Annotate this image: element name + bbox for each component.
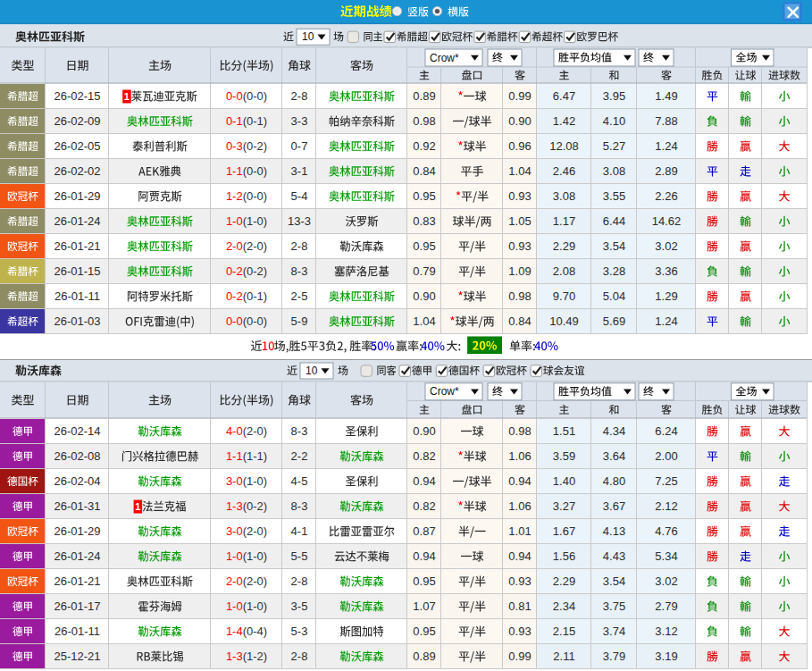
svg-text:3.02: 3.02	[655, 575, 677, 588]
svg-text:1-0(1-0): 1-0(1-0)	[226, 600, 267, 613]
svg-text:1-3(1-2): 1-3(1-2)	[226, 650, 267, 663]
svg-text:3.02: 3.02	[655, 239, 677, 253]
svg-text:2.34: 2.34	[553, 600, 575, 613]
svg-text:6.24: 6.24	[655, 424, 677, 438]
svg-text:9.70: 9.70	[553, 289, 575, 303]
svg-text:1: 1	[124, 91, 130, 102]
svg-text:0.81: 0.81	[508, 600, 531, 613]
svg-text:0.84: 0.84	[508, 315, 531, 328]
svg-text:0.94: 0.94	[508, 474, 531, 488]
svg-text:4.43: 4.43	[603, 549, 625, 563]
svg-text:0.90: 0.90	[413, 289, 435, 303]
svg-text:26-01-29: 26-01-29	[54, 524, 100, 538]
svg-text:2.26: 2.26	[655, 189, 677, 203]
svg-text:3-5: 3-5	[291, 600, 308, 613]
svg-text:1.67: 1.67	[553, 524, 575, 538]
svg-text:3.08: 3.08	[603, 164, 625, 178]
svg-text:1.49: 1.49	[655, 89, 677, 103]
svg-text:1-1(0-0): 1-1(0-0)	[226, 164, 267, 178]
svg-text:26-01-24: 26-01-24	[54, 214, 100, 228]
svg-text:5.27: 5.27	[603, 139, 625, 153]
svg-text:0.96: 0.96	[508, 139, 531, 153]
svg-text:14.62: 14.62	[652, 214, 682, 228]
svg-text:1.24: 1.24	[655, 139, 677, 153]
svg-text:3.08: 3.08	[553, 189, 575, 203]
svg-text:1.06: 1.06	[508, 449, 531, 463]
svg-text:0-2(0-1): 0-2(0-1)	[226, 289, 267, 303]
svg-text:1.04: 1.04	[508, 164, 531, 178]
svg-text:0.90: 0.90	[413, 424, 435, 438]
svg-text:1.04: 1.04	[413, 315, 435, 328]
svg-text:26-01-24: 26-01-24	[54, 549, 100, 563]
svg-text:0-1(0-1): 0-1(0-1)	[226, 114, 267, 128]
svg-text:4.13: 4.13	[603, 524, 625, 538]
svg-text:2.11: 2.11	[553, 650, 574, 663]
svg-text:2.79: 2.79	[655, 600, 677, 613]
svg-text:0.98: 0.98	[508, 289, 531, 303]
svg-text:1.17: 1.17	[553, 214, 575, 228]
svg-text:0.99: 0.99	[508, 650, 531, 663]
svg-text:26-01-15: 26-01-15	[54, 264, 100, 278]
svg-text:0.89: 0.89	[413, 650, 435, 663]
svg-text:26-01-29: 26-01-29	[54, 189, 100, 203]
svg-text:4-5: 4-5	[291, 474, 308, 488]
svg-text:Crow*: Crow*	[430, 52, 459, 64]
svg-text:0.87: 0.87	[413, 524, 435, 538]
svg-text:4-1: 4-1	[291, 524, 308, 538]
svg-text:0-0(0-0): 0-0(0-0)	[226, 315, 267, 328]
svg-text:26-01-31: 26-01-31	[54, 499, 100, 513]
svg-text:2-8: 2-8	[291, 239, 308, 253]
svg-text:0.98: 0.98	[508, 424, 531, 438]
svg-text:7.25: 7.25	[655, 474, 677, 488]
svg-text:1.51: 1.51	[553, 424, 575, 438]
svg-text:4-0(2-0): 4-0(2-0)	[226, 424, 267, 438]
svg-text:2.00: 2.00	[655, 449, 677, 463]
svg-text:3.19: 3.19	[655, 650, 677, 663]
svg-text:0.95: 0.95	[413, 239, 435, 253]
svg-text:5-3: 5-3	[291, 625, 308, 638]
svg-text:3.55: 3.55	[603, 189, 625, 203]
svg-text:3.36: 3.36	[655, 264, 677, 278]
svg-text:3-0(1-0): 3-0(1-0)	[226, 474, 267, 488]
svg-text:1-0(1-0): 1-0(1-0)	[226, 214, 267, 228]
svg-text:0.95: 0.95	[413, 189, 435, 203]
svg-text:5.04: 5.04	[603, 289, 625, 303]
svg-text:4.80: 4.80	[603, 474, 625, 488]
svg-text:3.95: 3.95	[603, 89, 625, 103]
svg-text:2-8: 2-8	[291, 575, 308, 588]
svg-text:0.79: 0.79	[413, 264, 435, 278]
svg-text:2.29: 2.29	[553, 575, 575, 588]
svg-text:3.59: 3.59	[553, 449, 575, 463]
svg-text:26-01-17: 26-01-17	[54, 600, 100, 613]
svg-text:25-12-21: 25-12-21	[54, 650, 100, 663]
svg-text:1-3(0-2): 1-3(0-2)	[226, 499, 267, 513]
svg-text:5-9: 5-9	[291, 315, 308, 328]
svg-text:1-4(0-4): 1-4(0-4)	[226, 625, 267, 638]
svg-text:3.75: 3.75	[603, 600, 625, 613]
svg-text:1.56: 1.56	[553, 549, 575, 563]
svg-text:0.84: 0.84	[413, 164, 435, 178]
svg-text:1.40: 1.40	[553, 474, 575, 488]
svg-text:1-2(0-0): 1-2(0-0)	[226, 189, 267, 203]
svg-text:0.92: 0.92	[413, 139, 435, 153]
svg-text:3.27: 3.27	[553, 499, 575, 513]
svg-text:0.83: 0.83	[413, 214, 435, 228]
svg-text:1: 1	[135, 501, 140, 512]
svg-text:0-2(0-2): 0-2(0-2)	[226, 264, 267, 278]
svg-text:2.29: 2.29	[553, 239, 575, 253]
svg-text:0.94: 0.94	[413, 549, 435, 563]
svg-text:2.46: 2.46	[553, 164, 575, 178]
svg-text:5.34: 5.34	[655, 549, 677, 563]
svg-text:4.10: 4.10	[603, 114, 625, 128]
svg-text:8-3: 8-3	[291, 424, 308, 438]
svg-text:3.74: 3.74	[603, 625, 625, 638]
svg-text:3.67: 3.67	[603, 499, 625, 513]
svg-text:26-02-04: 26-02-04	[54, 474, 100, 488]
svg-text:26-02-08: 26-02-08	[54, 449, 100, 463]
svg-text:0.82: 0.82	[413, 449, 435, 463]
svg-text:7.88: 7.88	[655, 114, 677, 128]
svg-text:2-8: 2-8	[291, 650, 308, 663]
svg-text:4.34: 4.34	[603, 424, 625, 438]
svg-text:26-02-15: 26-02-15	[54, 89, 100, 103]
svg-text:13-3: 13-3	[288, 214, 311, 228]
